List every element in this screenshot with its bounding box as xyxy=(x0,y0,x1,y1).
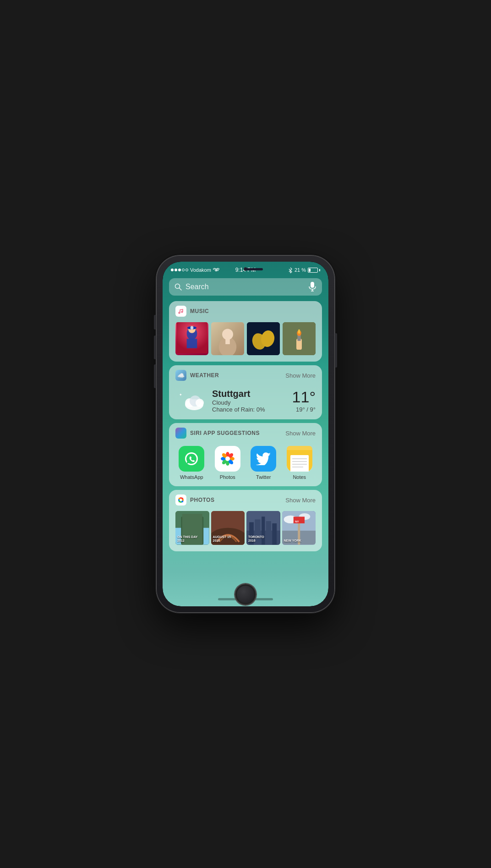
photos-show-more[interactable]: Show More xyxy=(285,497,316,504)
weather-widget: ☁️ WEATHER Show More ✦ xyxy=(169,365,322,419)
weather-rain-chance: Chance of Rain: 0% xyxy=(212,406,288,413)
earpiece-speaker xyxy=(245,268,263,270)
svg-rect-2 xyxy=(311,282,314,288)
notes-pad-icon xyxy=(287,446,312,472)
photos-widget-header: PHOTOS Show More xyxy=(169,490,322,509)
twitter-label: Twitter xyxy=(256,474,271,480)
svg-point-11 xyxy=(191,326,194,330)
siri-suggestion-twitter[interactable]: Twitter xyxy=(251,446,276,480)
siri-suggestion-photos[interactable]: Photos xyxy=(215,446,240,480)
siri-suggestion-whatsapp[interactable]: WhatsApp xyxy=(179,446,204,480)
photo-thumb-1[interactable]: ON THIS DAY 2012 xyxy=(175,511,209,545)
twitter-icon xyxy=(251,446,276,472)
album-art-4-graphic xyxy=(283,322,316,355)
photos-icon xyxy=(215,446,240,472)
music-widget-header: MUSIC xyxy=(169,301,322,320)
photo-thumb-2[interactable]: AUGUST 15 2016 xyxy=(211,511,245,545)
signal-strength xyxy=(171,269,188,271)
weather-temperature: 11° 19° / 9° xyxy=(292,388,316,413)
signal-dot-4 xyxy=(182,269,185,271)
photos-flower-icon xyxy=(219,450,236,467)
photo-thumb-3[interactable]: TORONTO 2016 xyxy=(246,511,280,545)
whatsapp-icon xyxy=(179,446,204,472)
siri-widget-header-left: SIRI APP SUGGESTIONS xyxy=(175,428,260,439)
search-placeholder: Search xyxy=(185,283,305,291)
whatsapp-bubble-icon xyxy=(183,450,200,467)
music-widget: MUSIC xyxy=(169,301,322,362)
bluetooth-icon xyxy=(288,267,293,273)
mute-button[interactable] xyxy=(154,315,156,330)
svg-text:NY: NY xyxy=(295,520,299,523)
siri-widget-title: SIRI APP SUGGESTIONS xyxy=(190,430,260,436)
microphone-icon[interactable] xyxy=(308,282,316,292)
music-albums-grid xyxy=(169,320,322,362)
album-art-3-graphic xyxy=(247,322,280,355)
album-art-1-graphic xyxy=(175,322,208,353)
svg-rect-16 xyxy=(225,339,230,344)
battery-icon xyxy=(308,268,320,273)
whatsapp-label: WhatsApp xyxy=(180,474,203,480)
music-widget-title: MUSIC xyxy=(190,308,209,314)
wifi-icon xyxy=(213,268,219,272)
music-note-icon xyxy=(178,308,184,314)
album-art-4[interactable] xyxy=(283,322,316,355)
siri-suggestion-notes[interactable]: Notes xyxy=(287,446,312,480)
siri-app-icon xyxy=(175,428,186,439)
svg-rect-44 xyxy=(290,455,309,472)
volume-down-button[interactable] xyxy=(154,364,156,388)
album-art-2[interactable] xyxy=(211,322,244,355)
svg-rect-43 xyxy=(287,450,312,453)
signal-dot-5 xyxy=(185,269,188,271)
photo-thumb-4[interactable]: NY NEW YORK xyxy=(282,511,316,545)
svg-point-57 xyxy=(180,499,182,501)
svg-rect-69 xyxy=(266,521,271,544)
weather-content: ✦ Stuttgart Cloudy Chance of Rai xyxy=(169,385,322,419)
photos-widget-flower-icon xyxy=(177,496,185,504)
photo-label-3: TORONTO 2016 xyxy=(248,535,264,543)
weather-show-more[interactable]: Show More xyxy=(285,372,316,379)
carrier-name: Vodakom xyxy=(190,267,211,273)
album-art-3[interactable] xyxy=(247,322,280,355)
twitter-bird-icon xyxy=(256,452,271,465)
signal-dot-2 xyxy=(175,269,177,271)
siri-suggestions-widget: SIRI APP SUGGESTIONS Show More xyxy=(169,423,322,486)
photo-label-2: AUGUST 15 2016 xyxy=(213,535,231,543)
weather-app-icon: ☁️ xyxy=(175,370,186,381)
photos-widget-header-left: PHOTOS xyxy=(175,494,214,505)
weather-condition-icon-area: ✦ xyxy=(175,389,207,412)
weather-temp-range: 19° / 9° xyxy=(292,406,316,413)
album-art-1[interactable] xyxy=(175,322,208,355)
album-art-2-graphic xyxy=(211,322,244,355)
cloudy-icon: ✦ xyxy=(177,389,207,412)
svg-point-29 xyxy=(196,399,204,407)
photos-widget-app-icon xyxy=(175,494,186,505)
power-button[interactable] xyxy=(335,333,337,368)
svg-line-1 xyxy=(180,288,182,291)
weather-city: Stuttgart xyxy=(212,389,288,399)
phone-frame: Vodakom 9:14 PM 21 % xyxy=(156,255,335,613)
siri-widget-header: SIRI APP SUGGESTIONS Show More xyxy=(169,423,322,442)
weather-widget-title: WEATHER xyxy=(190,372,219,379)
svg-point-15 xyxy=(222,329,233,340)
svg-rect-70 xyxy=(272,523,277,545)
volume-up-button[interactable] xyxy=(154,335,156,359)
weather-widget-header: ☁️ WEATHER Show More xyxy=(169,365,322,385)
svg-point-40 xyxy=(225,456,230,461)
home-button[interactable] xyxy=(235,583,256,605)
notes-icon xyxy=(287,446,312,472)
signal-dot-3 xyxy=(178,269,181,271)
status-left: Vodakom xyxy=(171,267,219,273)
svg-point-24 xyxy=(298,330,300,334)
siri-show-more[interactable]: Show More xyxy=(285,430,316,437)
notes-label: Notes xyxy=(293,474,306,480)
search-icon xyxy=(175,283,182,291)
weather-widget-header-left: ☁️ WEATHER xyxy=(175,370,219,381)
photos-label: Photos xyxy=(220,474,235,480)
photos-widget: PHOTOS Show More xyxy=(169,490,322,551)
phone-screen: Vodakom 9:14 PM 21 % xyxy=(163,262,328,606)
music-widget-header-left: MUSIC xyxy=(175,306,209,317)
svg-rect-8 xyxy=(187,339,197,348)
battery-percent: 21 % xyxy=(295,267,306,273)
weather-info: Stuttgart Cloudy Chance of Rain: 0% xyxy=(212,389,288,413)
search-bar[interactable]: Search xyxy=(169,278,322,296)
